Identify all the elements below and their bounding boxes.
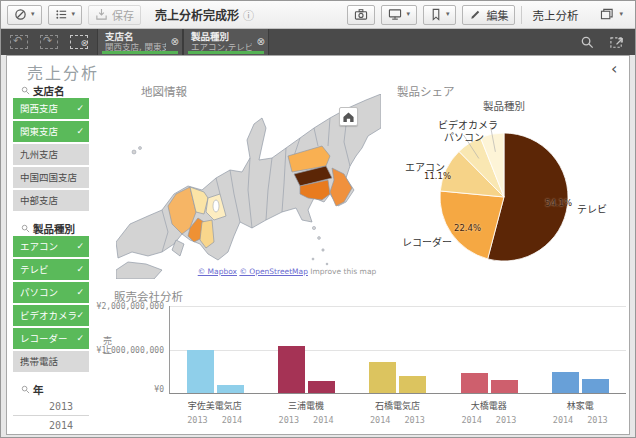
x-label-group-石橋電気店: 石橋電気店20142013 — [362, 399, 432, 425]
pie-chart-title: 製品シェア — [397, 83, 455, 99]
check-icon: ✓ — [76, 98, 84, 119]
year-label: 2014 — [313, 415, 333, 425]
pie-pct-recorder: 22.4% — [454, 223, 481, 233]
improve-map-text: Improve this map — [310, 267, 376, 276]
mapbox-link[interactable]: © Mapbox — [198, 267, 237, 276]
ytick-0: ¥0 — [78, 385, 164, 394]
filter-item-テレビ[interactable]: テレビ✓ — [13, 259, 89, 280]
selection-chip-branch[interactable]: 支店名 関西支店, 関東支店 ⊗ — [97, 29, 183, 55]
filter-item-2013[interactable]: 2013 — [13, 397, 89, 416]
check-icon: ✓ — [76, 121, 84, 142]
edit-button[interactable]: 編集 — [462, 5, 515, 25]
year-label: 2014 — [222, 415, 242, 425]
company-label: 三浦電機 — [271, 399, 341, 412]
selections-tool-icon[interactable] — [609, 35, 625, 50]
undo-button[interactable]: ↶ — [9, 34, 29, 50]
list-icon — [55, 8, 68, 21]
year-label: 2013 — [587, 415, 607, 425]
year-label: 2014 — [553, 415, 573, 425]
chip-selected-indicator — [188, 51, 264, 54]
year-labels: 20132014 — [271, 415, 341, 425]
filter-item-中国四国支店[interactable]: 中国四国支店 — [13, 167, 89, 188]
year-label: 2013 — [496, 415, 516, 425]
app-name-text: 売上分析完成形 — [155, 6, 239, 23]
global-menu-button[interactable]: ▾ — [7, 5, 42, 25]
pie-pct-tv: 54.1% — [545, 198, 572, 208]
year-labels: 20142013 — [545, 415, 615, 425]
year-label: 2014 — [370, 415, 390, 425]
product-share-pie-chart[interactable] — [434, 127, 574, 267]
bar-group-石橋電気店 — [369, 362, 426, 393]
bar-宇佐美電気店-2014[interactable] — [217, 385, 244, 393]
filter-item-九州支店[interactable]: 九州支店 — [13, 144, 89, 165]
listbox-title: 製品種別 — [33, 221, 75, 236]
info-icon[interactable]: ⓘ — [243, 7, 254, 23]
search-icon — [21, 385, 30, 394]
map-attribution: © Mapbox © OpenStreetMap Improve this ma… — [182, 267, 392, 276]
company-label: 石橋電気店 — [362, 399, 432, 412]
filter-item-2014[interactable]: 2014 — [13, 416, 89, 435]
filter-item-中部支店[interactable]: 中部支店 — [13, 190, 89, 211]
clear-selections-button[interactable]: ⊗ — [69, 34, 89, 50]
bar-chart-plot-area[interactable] — [169, 306, 626, 394]
selections-bar: ↶ ↷ ⊗ 支店名 関西支店, 関東支店 ⊗ 製品種別 エアコン,テレビ,...… — [1, 29, 635, 55]
sheets-icon — [600, 8, 615, 21]
listbox-title: 支店名 — [33, 83, 65, 98]
filter-item-関西支店[interactable]: 関西支店✓ — [13, 98, 89, 119]
ytick-2b: ¥2,000,000,000 — [78, 302, 164, 311]
bar-石橋電気店-2014[interactable] — [369, 362, 396, 393]
bar-林家電-2014[interactable] — [552, 372, 579, 393]
map-home-button[interactable] — [339, 107, 358, 126]
redo-button[interactable]: ↷ — [39, 34, 59, 50]
save-label: 保存 — [112, 7, 134, 23]
sheet-title: 売上分析 — [27, 60, 99, 84]
pie-pct-aircon: 11.1% — [424, 171, 451, 181]
pie-dimension-label: 製品種別 — [444, 98, 564, 113]
selection-chip-product[interactable]: 製品種別 エアコン,テレビ,... ⊗ — [183, 29, 269, 55]
bar-林家電-2013[interactable] — [582, 379, 609, 394]
bar-group-三浦電機 — [278, 346, 335, 393]
pie-label-recorder: レコーダー — [352, 234, 452, 249]
chip-clear-icon[interactable]: ⊗ — [171, 36, 179, 47]
caret-icon: ▾ — [619, 11, 623, 18]
bar-group-林家電 — [552, 372, 609, 393]
smart-search-icon[interactable] — [580, 35, 595, 50]
x-label-group-林家電: 林家電20142013 — [545, 399, 615, 425]
filter-item-エアコン[interactable]: エアコン✓ — [13, 236, 89, 257]
year-labels: 20142013 — [454, 415, 524, 425]
search-icon — [21, 224, 30, 233]
bar-石橋電気店-2013[interactable] — [399, 376, 426, 393]
bar-大橋電器-2014[interactable] — [461, 373, 488, 393]
sheet-navigator-button[interactable]: ▾ — [594, 5, 629, 25]
bar-三浦電機-2013[interactable] — [278, 346, 305, 393]
map-region-shikoku[interactable] — [116, 262, 162, 279]
chip-clear-icon[interactable]: ⊗ — [257, 36, 265, 47]
year-label: 2013 — [279, 415, 299, 425]
monitor-icon — [388, 8, 402, 21]
ytick-1b: ¥1,000,000,000 — [78, 346, 164, 355]
camera-icon — [354, 8, 368, 21]
snapshot-button[interactable] — [347, 5, 375, 25]
app-overview-button[interactable]: ▾ — [48, 5, 83, 25]
map-region-chiba[interactable] — [330, 168, 352, 206]
x-label-group-三浦電機: 三浦電機20132014 — [271, 399, 341, 425]
global-menu-icon — [14, 8, 27, 21]
save-button[interactable]: 保存 — [88, 5, 141, 25]
bookmarks-button[interactable]: ▾ — [423, 5, 457, 25]
collapse-panel-icon[interactable]: ‹ — [611, 59, 617, 78]
sheet-content: 売上分析 ‹ 支店名関西支店✓関東支店✓九州支店中国四国支店中部支店製品種別エア… — [6, 55, 630, 435]
osm-link[interactable]: © OpenStreetMap — [239, 267, 308, 276]
current-sheet-name: 売上分析 — [521, 6, 588, 24]
pie-label-pc: パソコン — [387, 129, 484, 144]
bar-三浦電機-2014[interactable] — [308, 381, 335, 393]
bar-宇佐美電気店-2013[interactable] — [187, 350, 214, 393]
listbox-header-支店名[interactable]: 支店名 — [13, 82, 89, 98]
listbox-header-製品種別[interactable]: 製品種別 — [13, 220, 89, 236]
filter-item-関東支店[interactable]: 関東支店✓ — [13, 121, 89, 142]
presentation-button[interactable]: ▾ — [381, 5, 417, 25]
toolbar: ▾ ▾ 保存 売上分析完成形 ⓘ ▾ — [1, 1, 635, 29]
listbox-支店名: 支店名関西支店✓関東支店✓九州支店中国四国支店中部支店 — [13, 82, 89, 211]
check-icon: ✓ — [76, 236, 84, 257]
bar-大橋電器-2013[interactable] — [491, 380, 518, 393]
filter-item-パソコン[interactable]: パソコン✓ — [13, 282, 89, 303]
